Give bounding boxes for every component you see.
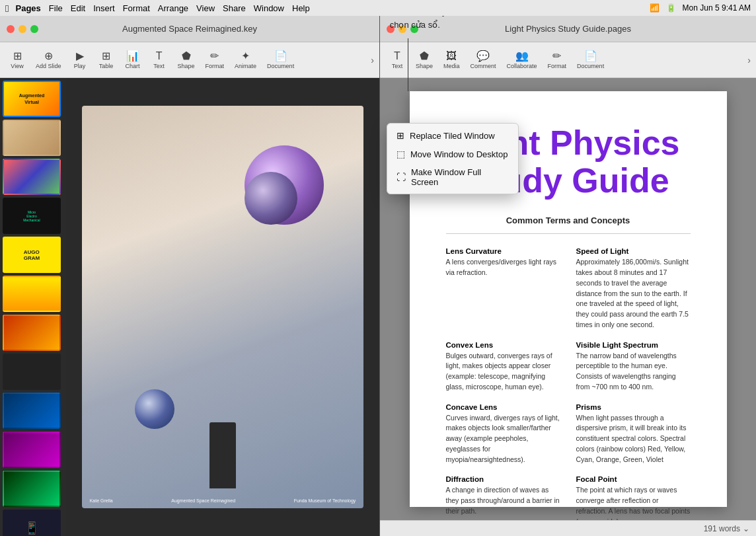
toolbar-expand[interactable]: › xyxy=(371,55,374,65)
slide-thumb-12[interactable]: 📱 xyxy=(3,510,63,536)
pages-close-button[interactable] xyxy=(387,25,395,33)
slide-thumbnails[interactable]: AugmentedVirtual MicroElectroMechanical xyxy=(0,78,66,536)
play-icon: ▶ xyxy=(76,51,84,61)
word-count-chevron[interactable]: ⌄ xyxy=(743,524,749,533)
slide-thumb-7[interactable] xyxy=(3,315,63,351)
apple-menu[interactable]:  xyxy=(5,3,9,14)
def-speed-of-light: Approximately 186,000mi/s. Sunlight take… xyxy=(576,257,691,330)
menubar:  Pages File Edit Insert Format Arrange … xyxy=(0,0,756,16)
slide-caption: Kate Grella Augmented Space Reimagined F… xyxy=(82,498,364,503)
chart-icon: 📊 xyxy=(126,51,139,61)
slide-thumb-9[interactable] xyxy=(3,393,63,429)
def-convex-lens: Bulges outward, converges rays of light,… xyxy=(446,351,560,393)
menu-window[interactable]: Window xyxy=(254,3,284,13)
text-icon: T xyxy=(156,51,163,61)
animate-icon: ✦ xyxy=(241,51,250,61)
slide-thumb-1[interactable]: AugmentedVirtual xyxy=(3,81,63,117)
pages-text-button[interactable]: T Text xyxy=(385,49,409,71)
pages-document-button[interactable]: 📄 Document xyxy=(573,49,608,71)
traffic-lights[interactable] xyxy=(7,25,38,33)
menu-arrange[interactable]: Arrange xyxy=(158,3,188,13)
replace-tiled-window-item[interactable]: ⊞ Replace Tiled Window xyxy=(387,126,518,145)
menu-file[interactable]: File xyxy=(49,3,63,13)
def-diffraction: A change in direction of waves as they p… xyxy=(446,485,560,516)
sphere-2 xyxy=(245,172,297,225)
pages-traffic-lights[interactable] xyxy=(387,25,418,33)
entry-visible-light-spectrum: Visible Light Spectrum The narrow band o… xyxy=(576,341,691,393)
term-focal-point: Focal Point xyxy=(576,475,691,483)
document-button[interactable]: 📄 Document xyxy=(263,49,298,71)
pages-comment-button[interactable]: 💬 Comment xyxy=(467,49,500,71)
slide-thumb-2[interactable] xyxy=(3,120,63,156)
add-slide-button[interactable]: ⊕ Add Slide xyxy=(32,49,65,71)
format-button[interactable]: ✏ Format xyxy=(202,49,229,71)
menu-edit[interactable]: Edit xyxy=(71,3,85,13)
battery-icon: 🔋 xyxy=(666,3,676,13)
tooltip-line xyxy=(408,38,408,91)
window-options-dropdown[interactable]: ⊞ Replace Tiled Window ⬚ Move Window to … xyxy=(387,123,519,194)
shape-button[interactable]: ⬟ Shape xyxy=(174,49,199,71)
pages-shape-button[interactable]: ⬟ Shape xyxy=(412,49,437,71)
move-window-icon: ⬚ xyxy=(397,149,405,159)
def-lens-curvature: A lens converges/diverges light rays via… xyxy=(446,257,560,278)
app-name[interactable]: Pages xyxy=(15,3,40,13)
keynote-title: Augmented Space Reimagined.key xyxy=(122,24,257,34)
wifi-icon: 📶 xyxy=(650,3,660,13)
menu-format[interactable]: Format xyxy=(123,3,150,13)
pages-toolbar: T Text ⬟ Shape 🖼 Media 💬 Comment 👥 Colla… xyxy=(380,42,756,78)
menu-view[interactable]: View xyxy=(196,3,215,13)
entry-diffraction: Diffraction A change in direction of wav… xyxy=(446,475,560,520)
slide-thumb-10[interactable] xyxy=(3,432,63,468)
pages-format-button[interactable]: ✏ Format xyxy=(544,49,571,71)
menu-insert[interactable]: Insert xyxy=(93,3,115,13)
term-prisms: Prisms xyxy=(576,403,691,411)
entry-focal-point: Focal Point The point at which rays or w… xyxy=(576,475,691,520)
pages-zoom-button[interactable] xyxy=(410,25,418,33)
menu-help[interactable]: Help xyxy=(292,3,310,13)
pages-minimize-button[interactable] xyxy=(398,25,406,33)
slide-thumb-4[interactable]: MicroElectroMechanical xyxy=(3,198,63,234)
animate-button[interactable]: ✦ Animate xyxy=(231,49,260,71)
table-button[interactable]: ⊞ Table xyxy=(94,49,118,71)
split-container: Augmented Space Reimagined.key ⊞ View ⊕ … xyxy=(0,16,756,536)
pages-collaborate-button[interactable]: 👥 Collaborate xyxy=(503,49,541,71)
replace-tiled-icon: ⊞ xyxy=(397,130,404,141)
make-fullscreen-item[interactable]: ⛶ Make Window Full Screen xyxy=(387,163,518,191)
word-count: 191 words xyxy=(704,524,740,533)
chart-button[interactable]: 📊 Chart xyxy=(121,49,145,71)
minimize-button[interactable] xyxy=(19,25,26,33)
term-concave-lens: Concave Lens xyxy=(446,403,560,411)
entry-lens-curvature: Lens Curvature A lens converges/diverges… xyxy=(446,247,560,330)
slide-background: Kate Grella Augmented Space Reimagined F… xyxy=(82,106,364,509)
keynote-titlebar: Augmented Space Reimagined.key xyxy=(0,16,379,42)
slide-thumb-5[interactable]: AUGOGRAM xyxy=(3,237,63,273)
pages-toolbar-expand[interactable]: › xyxy=(747,55,751,65)
slide-thumb-6[interactable] xyxy=(3,276,63,312)
fullscreen-icon: ⛶ xyxy=(397,172,406,182)
play-button[interactable]: ▶ Play xyxy=(68,49,92,71)
def-prisms: When light passes through a dispersive p… xyxy=(576,413,691,465)
slide-thumb-11[interactable] xyxy=(3,471,63,507)
slide-thumb-8[interactable] xyxy=(3,354,63,390)
def-concave-lens: Curves inward, diverges rays of light, m… xyxy=(446,413,560,465)
close-button[interactable] xyxy=(7,25,15,33)
slide-thumb-3[interactable] xyxy=(3,159,63,195)
document-subtitle: Common Terms and Concepts xyxy=(446,215,691,225)
move-window-to-desktop-item[interactable]: ⬚ Move Window to Desktop xyxy=(387,145,518,163)
zoom-button[interactable] xyxy=(30,25,38,33)
shape-icon: ⬟ xyxy=(182,51,191,61)
view-button[interactable]: ⊞ View xyxy=(5,49,29,71)
menubar-right: 📶 🔋 Mon Jun 5 9:41 AM xyxy=(650,3,751,13)
pages-document-icon: 📄 xyxy=(584,51,597,61)
datetime: Mon Jun 5 9:41 AM xyxy=(683,3,751,13)
caption-right: Funda Museum of Technology xyxy=(294,498,356,503)
menu-share[interactable]: Share xyxy=(223,3,246,13)
keynote-toolbar: ⊞ View ⊕ Add Slide ▶ Play ⊞ Table 📊 Char… xyxy=(0,42,379,78)
term-lens-curvature: Lens Curvature xyxy=(446,247,560,255)
doc-divider xyxy=(446,233,691,234)
sphere-3 xyxy=(135,389,174,429)
table-icon: ⊞ xyxy=(102,51,110,61)
text-button[interactable]: T Text xyxy=(147,49,171,71)
pages-media-button[interactable]: 🖼 Media xyxy=(439,49,464,71)
entry-concave-lens: Concave Lens Curves inward, diverges ray… xyxy=(446,403,560,465)
